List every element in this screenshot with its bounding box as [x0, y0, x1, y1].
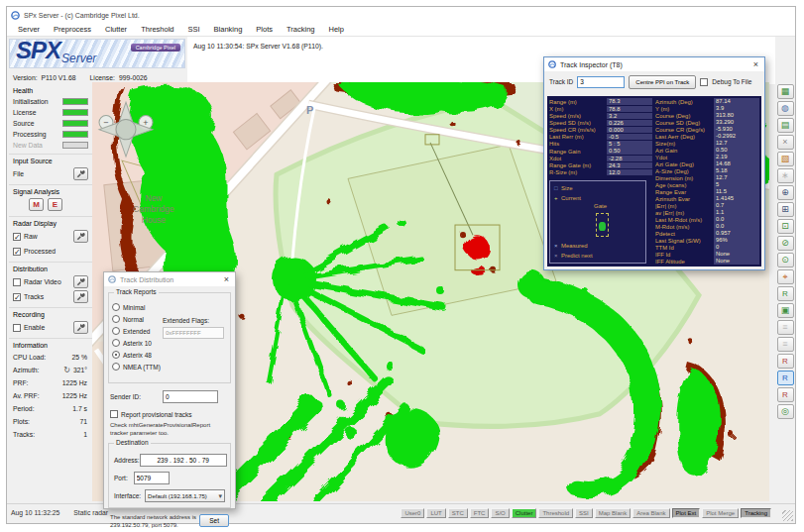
track-data-label: Range (m): [549, 99, 607, 105]
toolbar-icon-button[interactable]: ⊕: [777, 185, 794, 200]
signal-analysis-button[interactable]: M: [29, 198, 44, 211]
toolbar-icon-button[interactable]: R: [777, 371, 794, 385]
checkbox[interactable]: [13, 324, 21, 332]
menu-item[interactable]: Blanking: [207, 25, 250, 34]
track-data-row: Age (scans) 5: [655, 181, 759, 188]
health-status-bar: [62, 109, 88, 116]
toolbar-icon-button[interactable]: ∗: [777, 168, 794, 183]
radio-dot: [112, 351, 120, 359]
track-distribution-titlebar[interactable]: Track Distribution ×: [104, 272, 235, 286]
menu-item[interactable]: Preprocess: [47, 25, 98, 34]
track-data-value: -5.930: [714, 126, 759, 132]
info-value: 25 %: [72, 354, 88, 361]
toolbar-icon-button[interactable]: ▧: [777, 152, 794, 166]
report-format-radio[interactable]: Asterix 48: [112, 349, 227, 361]
input-source-config-button[interactable]: [73, 167, 88, 180]
set-button[interactable]: Set: [199, 514, 229, 527]
pan-center-button[interactable]: [116, 120, 136, 140]
menu-item[interactable]: Server: [11, 25, 47, 34]
toolbar-icon-button[interactable]: R: [777, 387, 794, 402]
track-data-value: 313.80: [714, 112, 759, 118]
toolbar-icon-button[interactable]: R: [777, 354, 794, 369]
title-bar[interactable]: SPx Server - (c) Cambridge Pixel Ltd.: [7, 7, 795, 23]
track-data-label: Azi Gain: [655, 148, 714, 154]
toggle-label: Tracks: [24, 293, 44, 300]
centre-ppi-button[interactable]: Centre PPI on Track: [629, 75, 696, 89]
toolbar-icon-button[interactable]: R: [777, 286, 794, 301]
report-format-radio[interactable]: NMEA (TTM): [112, 361, 227, 372]
menu-item[interactable]: Clutter: [98, 25, 134, 34]
track-data-row: Course CR (Deg/s) -5.930: [655, 126, 759, 133]
menu-item[interactable]: Tracking: [280, 25, 321, 34]
toolbar-icon-button[interactable]: ▦: [777, 84, 794, 99]
toolbar-icon-button[interactable]: ≡: [777, 320, 794, 335]
toolbar-icon-button[interactable]: ⊙: [777, 253, 794, 267]
track-gate-diagram: □Size +Current Gate ×Measured ×Predict n…: [549, 180, 646, 264]
config-button[interactable]: [73, 230, 88, 243]
address-input[interactable]: [140, 454, 227, 467]
debug-checkbox[interactable]: [700, 78, 708, 86]
close-icon[interactable]: ×: [751, 60, 760, 69]
process-chip[interactable]: LUT: [426, 508, 445, 518]
info-row: Period: ↻ 1.7 s: [13, 402, 90, 415]
toolbar-icon-button[interactable]: ≡: [777, 337, 794, 352]
menu-item[interactable]: Threshold: [134, 25, 180, 34]
process-chip[interactable]: Area Blank: [632, 508, 669, 518]
process-chip[interactable]: Plot Ext: [672, 508, 701, 518]
track-inspector-titlebar[interactable]: Track Inspector (T8) ×: [544, 57, 764, 71]
process-chip[interactable]: SSI: [575, 508, 593, 518]
screenshot-root: { "glyphs": {"close": "×", "dropdown": "…: [0, 0, 804, 532]
menu-item[interactable]: Plots: [249, 25, 280, 34]
menu-item[interactable]: Help: [322, 25, 351, 34]
track-data-row: Course (Deg) 313.80: [655, 112, 759, 119]
gate-return-blob: [599, 222, 606, 231]
toolbar-icon-button[interactable]: ⌖: [777, 269, 794, 284]
track-data-label: Azi Gate (Deg): [655, 161, 714, 167]
toolbar-icon-button[interactable]: ×: [777, 135, 794, 150]
toolbar-icon-button[interactable]: ⊞: [777, 202, 794, 217]
toolbar-icon-button[interactable]: ⊘: [777, 236, 794, 251]
toolbar-icon-button[interactable]: ◍: [777, 101, 794, 116]
toolbar-icon-button[interactable]: ▣: [777, 303, 794, 318]
checkbox[interactable]: [13, 293, 21, 301]
info-row: CPU Load: ↻ 25 %: [13, 351, 90, 364]
right-toolbar: ▦ ◍ ▤ × ▧ ∗ ⊕ ⊞ ⊡ ⊘ ⊙ ⌖: [773, 84, 797, 501]
info-label: Period:: [13, 405, 35, 412]
toolbar-icon-button[interactable]: ◎: [777, 404, 794, 419]
checkbox[interactable]: [13, 248, 21, 256]
config-button[interactable]: [73, 290, 88, 303]
process-chip[interactable]: Tracking: [741, 508, 771, 518]
process-chip[interactable]: S/O: [491, 508, 509, 518]
checkbox[interactable]: [13, 278, 21, 286]
interface-dropdown[interactable]: Default (192.168.1.75) ▾: [145, 489, 225, 502]
process-chip[interactable]: FTC: [470, 508, 490, 518]
extended-flags-input[interactable]: [163, 327, 224, 339]
process-chip[interactable]: Plot Merge: [702, 508, 739, 518]
checkbox[interactable]: [13, 233, 21, 241]
process-chip[interactable]: Map Blank: [595, 508, 631, 518]
provisional-checkbox[interactable]: [110, 410, 118, 418]
place-label-line2: Cambridge: [133, 204, 174, 214]
config-button[interactable]: [73, 321, 88, 334]
sender-id-input[interactable]: [163, 390, 218, 403]
logo-badge: Cambridge Pixel: [131, 44, 180, 52]
close-icon[interactable]: ×: [222, 275, 231, 284]
report-format-radio[interactable]: Minimal: [112, 301, 227, 313]
track-data-panel: Range (m) 78.3 X (m) 78.8 Speed (m/s) 3.…: [547, 96, 761, 266]
port-input[interactable]: [134, 472, 170, 484]
track-id-input[interactable]: [577, 76, 625, 88]
process-chip[interactable]: STC: [448, 508, 468, 518]
toolbar-icon-button[interactable]: ⊡: [777, 219, 794, 234]
track-data-row: Range Gain 0.50: [549, 148, 652, 155]
process-chip[interactable]: Threshold: [538, 508, 573, 518]
menu-item[interactable]: SSI: [180, 25, 206, 34]
signal-analysis-button[interactable]: E: [48, 198, 62, 211]
process-chip[interactable]: User0: [401, 508, 424, 518]
spx-logo: SPX Server Cambridge Pixel: [9, 39, 185, 68]
track-data-value: -0.5: [607, 134, 652, 140]
measured-label: Measured: [561, 243, 588, 249]
process-chip[interactable]: Clutter: [512, 508, 537, 518]
config-button[interactable]: [73, 275, 88, 288]
toolbar-icon-button[interactable]: ▤: [777, 118, 794, 133]
resize-grip[interactable]: [782, 510, 793, 521]
